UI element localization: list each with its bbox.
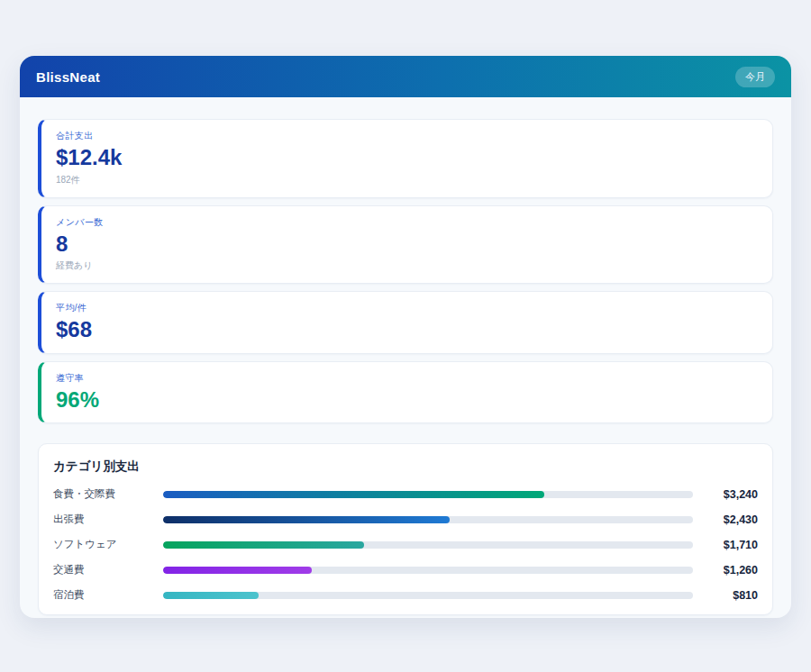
stat-value: $12.4k: [56, 145, 758, 170]
category-amount: $1,710: [702, 539, 758, 551]
category-section: カテゴリ別支出 食費・交際費 $3,240 出張費 $2,430 ソフトウェア …: [38, 443, 773, 615]
category-bar-fill: [163, 567, 312, 574]
category-bar-fill: [163, 541, 364, 549]
category-bar-fill: [163, 491, 544, 498]
category-label: ソフトウェア: [53, 538, 154, 551]
category-label: 出張費: [53, 513, 154, 526]
stat-sub: 経費あり: [56, 259, 758, 272]
stat-value: 8: [56, 232, 758, 257]
category-section-title: カテゴリ別支出: [53, 459, 758, 475]
category-row: ソフトウェア $1,710: [53, 538, 758, 551]
dashboard-card: BlissNeat 今月 合計支出 $12.4k 182件 メンバー数 8 経費…: [20, 56, 791, 618]
category-amount: $810: [702, 589, 758, 602]
category-bar-fill: [163, 516, 450, 523]
stat-card: メンバー数 8 経費あり: [38, 205, 773, 285]
dashboard-body: 合計支出 $12.4k 182件 メンバー数 8 経費あり 平均/件 $68 遵…: [20, 97, 791, 618]
stat-card: 平均/件 $68: [38, 291, 773, 354]
app-header: BlissNeat 今月: [20, 56, 791, 97]
category-label: 食費・交際費: [53, 487, 154, 501]
category-label: 宿泊費: [53, 588, 154, 602]
category-row: 食費・交際費 $3,240: [53, 487, 758, 501]
category-row: 出張費 $2,430: [53, 513, 758, 526]
category-bar-track: [163, 567, 693, 574]
category-bar-track: [163, 592, 693, 599]
category-amount: $3,240: [702, 488, 758, 501]
category-row: 交通費 $1,260: [53, 563, 758, 577]
stats-list: 合計支出 $12.4k 182件 メンバー数 8 経費あり 平均/件 $68 遵…: [38, 119, 773, 423]
stat-label: 平均/件: [56, 302, 758, 314]
category-bar-track: [163, 491, 693, 498]
period-badge[interactable]: 今月: [735, 67, 775, 87]
category-bar-track: [163, 541, 693, 549]
stat-value: 96%: [56, 387, 758, 413]
category-amount: $2,430: [702, 513, 758, 526]
stat-card: 遵守率 96%: [38, 361, 773, 424]
category-bar-track: [163, 516, 693, 523]
category-amount: $1,260: [702, 564, 758, 577]
category-label: 交通費: [53, 563, 154, 577]
app-title: BlissNeat: [36, 69, 100, 85]
category-bar-fill: [163, 592, 259, 599]
stat-label: メンバー数: [56, 216, 758, 229]
stat-card: 合計支出 $12.4k 182件: [38, 119, 773, 198]
stat-value: $68: [56, 317, 758, 342]
stat-label: 遵守率: [56, 372, 758, 385]
category-row: 宿泊費 $810: [53, 588, 758, 602]
stat-label: 合計支出: [56, 130, 758, 142]
stat-sub: 182件: [56, 174, 758, 186]
category-rows: 食費・交際費 $3,240 出張費 $2,430 ソフトウェア $1,710 交…: [53, 487, 758, 602]
